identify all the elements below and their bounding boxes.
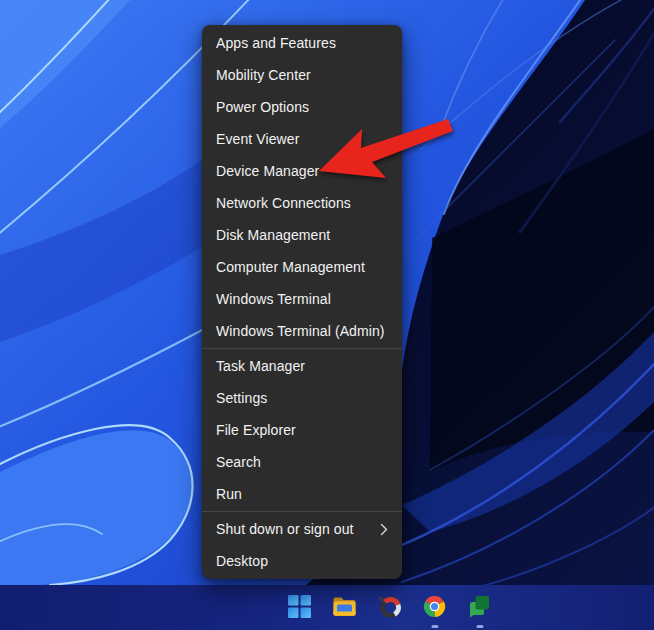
menu-item-label: Search [216,454,261,470]
running-indicator [431,625,438,628]
menu-item-power-options[interactable]: Power Options [202,91,402,123]
menu-item-desktop[interactable]: Desktop [202,545,402,577]
menu-item-label: Task Manager [216,358,305,374]
menu-item-label: Mobility Center [216,67,311,83]
menu-item-windows-terminal-admin[interactable]: Windows Terminal (Admin) [202,315,402,347]
menu-item-windows-terminal[interactable]: Windows Terminal [202,283,402,315]
menu-item-apps-and-features[interactable]: Apps and Features [202,27,402,59]
taskbar-icon-file-explorer[interactable] [332,594,357,619]
taskbar-icon-chrome[interactable] [422,594,447,619]
menu-item-task-manager[interactable]: Task Manager [202,350,402,382]
taskbar-icon-start[interactable] [287,594,312,619]
windows-start-icon [287,594,312,619]
chrome-icon [422,594,447,619]
menu-item-label: Power Options [216,99,309,115]
menu-item-label: Device Manager [216,163,319,179]
menu-item-disk-management[interactable]: Disk Management [202,219,402,251]
taskbar [0,585,654,630]
menu-item-search[interactable]: Search [202,446,402,478]
chevron-right-icon [380,523,388,536]
menu-item-label: Windows Terminal (Admin) [216,323,385,339]
menu-item-device-manager[interactable]: Device Manager [202,155,402,187]
green-chat-icon [467,594,492,619]
menu-item-mobility-center[interactable]: Mobility Center [202,59,402,91]
menu-item-label: Disk Management [216,227,330,243]
menu-item-label: Shut down or sign out [216,521,354,537]
menu-item-label: Run [216,486,242,502]
taskbar-icon-magnifier-app[interactable] [377,594,402,619]
menu-item-settings[interactable]: Settings [202,382,402,414]
desktop[interactable]: Apps and FeaturesMobility CenterPower Op… [0,0,654,630]
menu-item-label: Computer Management [216,259,365,275]
menu-item-label: Desktop [216,553,268,569]
menu-separator [202,348,402,349]
menu-item-event-viewer[interactable]: Event Viewer [202,123,402,155]
menu-item-computer-management[interactable]: Computer Management [202,251,402,283]
folder-icon [332,594,357,619]
menu-item-label: Windows Terminal [216,291,331,307]
menu-item-label: Event Viewer [216,131,299,147]
menu-item-file-explorer[interactable]: File Explorer [202,414,402,446]
menu-item-label: Apps and Features [216,35,336,51]
menu-item-run[interactable]: Run [202,478,402,510]
menu-item-network-connections[interactable]: Network Connections [202,187,402,219]
menu-item-label: Network Connections [216,195,351,211]
menu-item-label: File Explorer [216,422,296,438]
magnifier-ring-icon [377,594,402,619]
running-indicator [476,625,483,628]
winx-context-menu: Apps and FeaturesMobility CenterPower Op… [202,25,402,579]
taskbar-icon-chat[interactable] [467,594,492,619]
menu-separator [202,511,402,512]
menu-item-label: Settings [216,390,267,406]
menu-item-shut-down-or-sign-out[interactable]: Shut down or sign out [202,513,402,545]
taskbar-icon-row [287,594,492,619]
